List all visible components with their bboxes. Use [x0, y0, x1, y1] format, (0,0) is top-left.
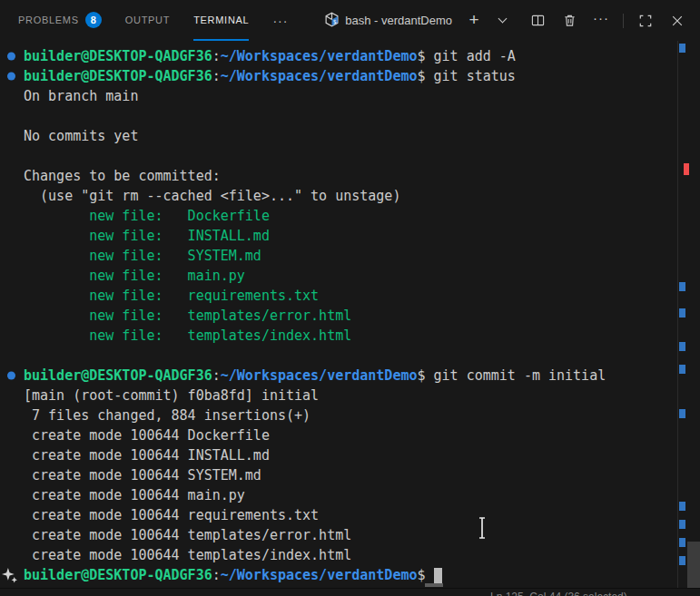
command-decoration-dot[interactable]: [7, 53, 15, 61]
split-pane-icon: [531, 14, 545, 27]
terminal-text-segment: create mode 100644 Dockerfile: [24, 427, 270, 444]
terminal-text-segment: builder@DESKTOP-QADGF36: [24, 567, 212, 583]
terminal-line: new file: Dockerfile: [0, 206, 677, 226]
terminal-text-segment: ~/Workspaces/verdantDemo: [221, 48, 418, 64]
terminal-text-segment: git commit -m initial: [434, 367, 606, 384]
terminal-line: builder@DESKTOP-QADGF36:~/Workspaces/ver…: [0, 366, 677, 386]
close-panel-button[interactable]: [667, 11, 687, 31]
terminal-actions: $ bash - verdantDemo + ···: [324, 11, 687, 31]
terminal-text-segment: new file: requirements.txt: [24, 288, 319, 304]
chevron-down-icon: [498, 15, 507, 24]
tab-overflow-button[interactable]: ···: [272, 0, 288, 41]
terminal-text-segment: On branch main: [24, 88, 138, 104]
terminal-text-segment: $: [418, 68, 434, 84]
terminal-line: 7 files changed, 884 insertions(+): [0, 405, 677, 425]
new-terminal-button[interactable]: +: [464, 10, 484, 30]
terminal-text-segment: ~/Workspaces/verdantDemo: [221, 68, 418, 84]
terminal-line: new file: SYSTEM.md: [0, 246, 677, 266]
statusbar-text-fragment: Ln 125, Col 44 (36 selected): [490, 591, 627, 596]
close-icon: [671, 15, 684, 27]
terminal-session-label: bash - verdantDemo: [345, 14, 452, 27]
terminal-text-segment: $: [418, 567, 434, 583]
vertical-scrollbar-thumb[interactable]: [687, 542, 700, 590]
terminal-line: On branch main: [0, 86, 677, 106]
terminal-text-segment: new file: templates/error.html: [24, 308, 351, 324]
terminal-line: create mode 100644 templates/index.html: [0, 545, 677, 565]
terminal-text-segment: ~/Workspaces/verdantDemo: [221, 567, 418, 583]
terminal-text-segment: $: [418, 367, 434, 384]
terminal-text-segment: 7 files changed, 884 insertions(+): [24, 407, 311, 424]
terminal-line: [0, 346, 677, 366]
terminal-line: new file: requirements.txt: [0, 286, 677, 306]
ruler-marker-command: [679, 44, 685, 53]
terminal-text-segment: [main (root-commit) f0ba8fd] initial: [24, 387, 319, 404]
command-decoration-dot[interactable]: [7, 372, 15, 380]
terminal-text-segment: Changes to be committed:: [24, 168, 221, 184]
tab-problems-label: PROBLEMS: [18, 15, 79, 25]
terminal-text-segment: new file: templates/index.html: [24, 327, 351, 344]
kill-terminal-button[interactable]: [559, 11, 579, 31]
terminal-text-segment: new file: SYSTEM.md: [24, 248, 261, 264]
terminal-viewport[interactable]: builder@DESKTOP-QADGF36:~/Workspaces/ver…: [0, 41, 677, 588]
terminal-panel: PROBLEMS 8 OUTPUT TERMINAL ··· $: [0, 0, 700, 596]
ruler-marker-command: [679, 342, 685, 351]
terminal-text-segment: git status: [434, 68, 516, 84]
terminal-text-segment: create mode 100644 templates/index.html: [24, 547, 351, 563]
terminal-text-segment: :: [212, 48, 221, 64]
terminal-text-segment: No commits yet: [24, 128, 138, 144]
command-decoration-dot[interactable]: [7, 73, 15, 81]
terminal-text-segment: builder@DESKTOP-QADGF36: [24, 367, 212, 384]
more-actions-button[interactable]: ···: [591, 8, 611, 28]
terminal-line: create mode 100644 INSTALL.md: [0, 445, 677, 465]
terminal-text-segment: $: [418, 48, 434, 64]
tab-problems[interactable]: PROBLEMS 8: [18, 0, 102, 41]
terminal-text-segment: create mode 100644 requirements.txt: [24, 507, 319, 523]
terminal-line: (use "git rm --cached <file>..." to unst…: [0, 186, 677, 206]
ruler-marker-command: [679, 520, 685, 529]
ruler-marker-command: [679, 502, 685, 511]
overview-ruler-border: [677, 41, 678, 588]
ruler-marker-command: [679, 282, 685, 291]
problems-count-badge: 8: [85, 12, 102, 28]
terminal-text-segment: create mode 100644 templates/error.html: [24, 527, 351, 543]
terminal-text-segment: new file: INSTALL.md: [24, 228, 270, 244]
tab-output[interactable]: OUTPUT: [125, 0, 170, 41]
terminal-text-segment: git add -A: [434, 48, 516, 64]
terminal-line: create mode 100644 main.py: [0, 485, 677, 505]
terminal-line: new file: templates/index.html: [0, 326, 677, 346]
terminal-text-segment: builder@DESKTOP-QADGF36: [24, 48, 212, 64]
ruler-marker-command: [679, 538, 685, 547]
terminal-text-segment: create mode 100644 INSTALL.md: [24, 447, 270, 464]
terminal-session-tab[interactable]: $ bash - verdantDemo: [324, 12, 452, 30]
ruler-marker-command: [679, 409, 685, 418]
terminal-text-segment: ~/Workspaces/verdantDemo: [221, 367, 418, 384]
ruler-marker-command: [679, 308, 685, 318]
split-terminal-button[interactable]: [527, 11, 547, 31]
terminal-text-segment: new file: main.py: [24, 268, 245, 284]
terminal-text-segment: create mode 100644 SYSTEM.md: [24, 467, 261, 484]
terminal-line: [0, 146, 677, 166]
terminal-text-segment: :: [212, 68, 221, 84]
maximize-panel-button[interactable]: [636, 11, 656, 31]
terminal-text-segment: create mode 100644 main.py: [24, 487, 245, 503]
terminal-text-segment: new file: Dockerfile: [24, 208, 270, 224]
terminal-profile-dropdown[interactable]: [496, 11, 516, 31]
terminal-line: new file: main.py: [0, 266, 677, 286]
terminal-line: [main (root-commit) f0ba8fd] initial: [0, 386, 677, 405]
tab-terminal[interactable]: TERMINAL: [193, 0, 249, 41]
terminal-line: builder@DESKTOP-QADGF36:~/Workspaces/ver…: [0, 46, 677, 66]
terminal-block-cursor: [434, 568, 442, 583]
sparkle-icon[interactable]: [2, 568, 18, 588]
tab-output-label: OUTPUT: [125, 15, 170, 25]
terminal-line: [0, 106, 677, 126]
panel-tab-bar: PROBLEMS 8 OUTPUT TERMINAL ··· $: [0, 0, 700, 41]
horizontal-scrollbar-thumb[interactable]: [425, 583, 443, 587]
ruler-marker-command: [679, 556, 685, 565]
terminal-line: No commits yet: [0, 126, 677, 146]
terminal-text-segment: :: [212, 367, 221, 384]
terminal-line: new file: INSTALL.md: [0, 226, 677, 246]
ruler-marker-error: [684, 163, 689, 175]
svg-text:$: $: [333, 17, 337, 24]
terminal-line: create mode 100644 Dockerfile: [0, 425, 677, 445]
bash-profile-icon: $: [324, 12, 340, 30]
